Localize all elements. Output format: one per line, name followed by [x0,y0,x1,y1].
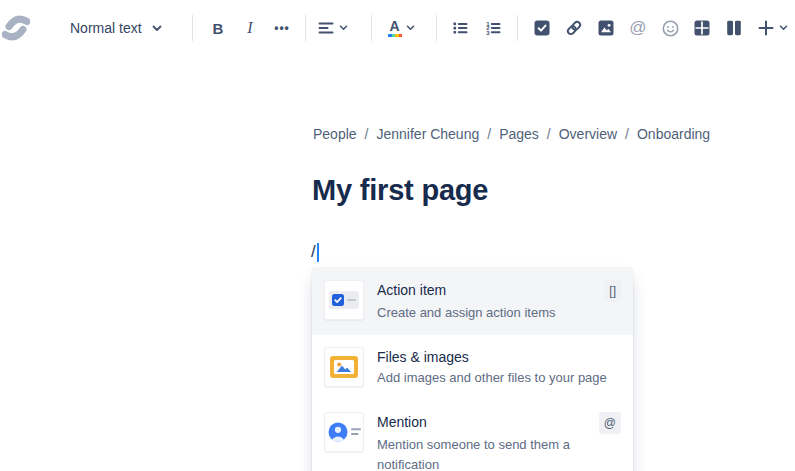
alignment-button[interactable] [310,12,354,44]
align-left-icon [317,19,335,37]
layouts-button[interactable] [718,12,750,44]
shortcut-badge: @ [599,412,621,434]
action-item-icon [324,280,364,320]
menu-item-title: Mention [377,412,427,432]
link-icon [564,18,584,38]
menu-item-action-item[interactable]: Action item [] Create and assign action … [312,268,633,335]
action-item-button[interactable] [526,12,558,44]
task-checkbox-icon [533,19,551,37]
toolbar-separator [436,15,437,41]
bullet-list-icon [451,19,469,37]
bold-button[interactable]: B [202,12,234,44]
slash-command-menu: Action item [] Create and assign action … [312,268,633,471]
menu-item-title: Action item [377,280,446,300]
toolbar-separator [305,15,306,41]
breadcrumb: People / Jennifer Cheung / Pages / Overv… [313,126,710,142]
page-title[interactable]: My first page [312,174,488,207]
breadcrumb-item-pages[interactable]: Pages [499,126,539,142]
menu-item-description: Create and assign action items [377,303,621,323]
menu-item-title: Files & images [377,347,469,367]
shortcut-badge: [] [604,280,621,302]
mini-picture-icon [334,360,354,374]
chevron-down-icon [152,25,162,32]
menu-item-files-images[interactable]: Files & images Add images and other file… [312,335,633,400]
emoji-button[interactable] [654,12,686,44]
mention-button[interactable]: @ [622,12,654,44]
svg-text:3: 3 [486,30,490,36]
numbered-list-icon: 123 [484,19,502,37]
toolbar-separator [192,15,193,41]
editor-text-line[interactable]: / [311,241,319,263]
breadcrumb-separator: / [617,126,637,142]
menu-item-description: Add images and other files to your page [377,368,621,388]
emoji-icon [661,19,680,38]
toolbar-separator [371,15,372,41]
chevron-down-icon [779,25,788,31]
typed-slash-text: / [311,242,316,262]
mention-icon [324,412,364,452]
breadcrumb-separator: / [357,126,377,142]
menu-item-description: Mention someone to send them a notificat… [377,435,621,471]
mini-checkbox-icon [332,294,344,306]
image-icon [597,19,615,37]
text-cursor [317,243,319,262]
mini-person-icon [328,422,361,442]
more-formatting-button[interactable]: ••• [266,12,298,44]
chevron-down-icon [339,25,348,31]
breadcrumb-item-onboarding[interactable]: Onboarding [637,126,710,142]
breadcrumb-separator: / [479,126,499,142]
confluence-logo [2,14,30,42]
breadcrumb-item-jennifer-cheung[interactable]: Jennifer Cheung [376,126,479,142]
layout-columns-icon [725,19,743,37]
bullet-list-button[interactable] [444,12,476,44]
numbered-list-button[interactable]: 123 [477,12,509,44]
breadcrumb-item-overview[interactable]: Overview [559,126,617,142]
chevron-down-icon [406,25,415,31]
insert-table-button[interactable] [686,12,718,44]
text-color-button[interactable]: A [379,12,423,44]
editor-toolbar: Normal text B I ••• A 123 @ [0,0,795,56]
breadcrumb-separator: / [539,126,559,142]
insert-more-button[interactable] [750,12,794,44]
breadcrumb-item-people[interactable]: People [313,126,357,142]
text-style-label: Normal text [70,20,142,36]
insert-image-button[interactable] [590,12,622,44]
menu-item-mention[interactable]: Mention @ Mention someone to send them a… [312,400,633,471]
table-icon [693,19,711,37]
text-style-dropdown[interactable]: Normal text [62,12,168,44]
text-color-icon: A [388,20,402,37]
plus-icon [757,19,775,37]
files-images-icon [324,347,364,387]
toolbar-separator [517,15,518,41]
link-button[interactable] [558,12,590,44]
italic-button[interactable]: I [234,12,266,44]
